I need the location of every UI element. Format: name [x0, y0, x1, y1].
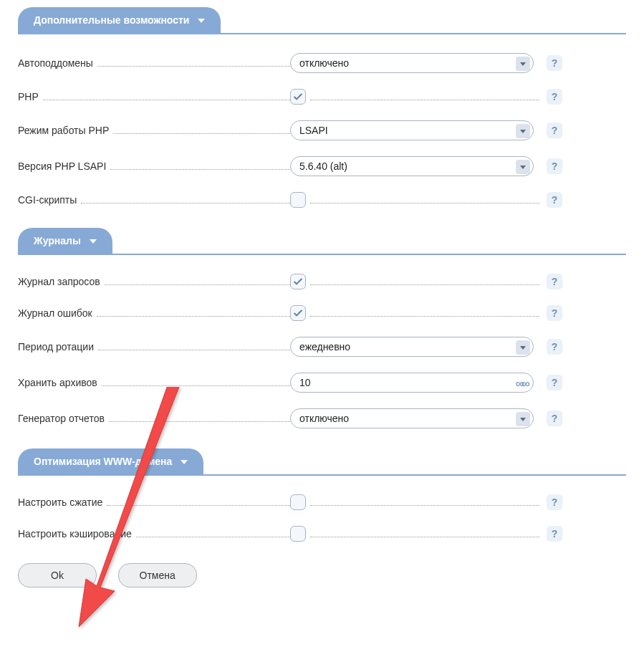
- field-label: Период ротации: [18, 341, 94, 352]
- help-icon[interactable]: ?: [547, 123, 562, 138]
- help-icon[interactable]: ?: [547, 158, 562, 174]
- check-icon: [292, 276, 304, 287]
- help-icon[interactable]: ?: [547, 526, 562, 542]
- row-php-version: Версия PHP LSAPI 5.6.40 (alt) ?: [18, 156, 626, 176]
- field-label: Журнал запросов: [18, 276, 100, 287]
- section-title: Оптимизация WWW-домена: [34, 456, 172, 467]
- field-label: Настроить кэширование: [18, 528, 132, 539]
- field-label: PHP: [18, 91, 39, 102]
- keep-archives-input[interactable]: 10 ∞∞: [290, 373, 534, 393]
- row-php-mode: Режим работы PHP LSAPI ?: [18, 120, 626, 140]
- rotation-period-select[interactable]: ежедневно: [290, 337, 534, 357]
- chevron-down-icon: [90, 239, 97, 244]
- row-rotation-period: Период ротации ежедневно ?: [18, 337, 626, 357]
- row-autosubdomains: Автоподдомены отключено ?: [18, 53, 626, 73]
- row-cgi: CGI-скрипты ?: [18, 192, 626, 208]
- caching-checkbox[interactable]: [290, 526, 306, 542]
- row-report-generator: Генератор отчетов отключено ?: [18, 408, 626, 428]
- field-label: Генератор отчетов: [18, 413, 105, 424]
- php-version-select[interactable]: 5.6.40 (alt): [290, 156, 534, 176]
- help-icon[interactable]: ?: [547, 89, 562, 105]
- section-tab-logs[interactable]: Журналы: [18, 228, 112, 254]
- field-label: Версия PHP LSAPI: [18, 160, 106, 172]
- section-title: Журналы: [34, 235, 81, 246]
- field-label: Журнал ошибок: [18, 307, 92, 319]
- chevron-down-icon: [516, 160, 530, 174]
- select-value: отключено: [299, 57, 349, 69]
- ok-button[interactable]: Ok: [18, 563, 97, 587]
- help-icon[interactable]: ?: [547, 55, 562, 71]
- field-label: Автоподдомены: [18, 57, 93, 69]
- chevron-down-icon: [516, 340, 530, 355]
- input-value: 10: [299, 377, 311, 388]
- request-log-checkbox[interactable]: [290, 274, 306, 289]
- help-icon[interactable]: ?: [547, 375, 562, 390]
- check-icon: [292, 307, 304, 319]
- section-tab-advanced[interactable]: Дополнительные возможности: [18, 7, 221, 33]
- help-icon[interactable]: ?: [547, 274, 562, 289]
- cgi-checkbox[interactable]: [290, 192, 306, 208]
- chevron-down-icon: [198, 19, 205, 23]
- help-icon[interactable]: ?: [547, 411, 562, 426]
- row-error-log: Журнал ошибок ?: [18, 305, 626, 321]
- chevron-down-icon: [516, 57, 530, 71]
- autosubdomains-select[interactable]: отключено: [290, 53, 534, 73]
- chevron-down-icon: [516, 124, 530, 138]
- chevron-down-icon: [516, 412, 530, 426]
- help-icon[interactable]: ?: [547, 339, 562, 355]
- section-tab-optimization[interactable]: Оптимизация WWW-домена: [18, 448, 203, 474]
- cancel-button[interactable]: Отмена: [118, 563, 197, 587]
- chevron-down-icon: [181, 460, 188, 464]
- row-keep-archives: Хранить архивов 10 ∞∞ ?: [18, 373, 626, 393]
- row-caching: Настроить кэширование ?: [18, 526, 626, 542]
- field-label: Настроить сжатие: [18, 496, 102, 508]
- field-label: Хранить архивов: [18, 377, 97, 388]
- field-label: Режим работы PHP: [18, 125, 109, 136]
- select-value: ежедневно: [299, 341, 350, 352]
- error-log-checkbox[interactable]: [290, 305, 306, 321]
- infinity-icon: ∞∞: [516, 377, 527, 391]
- compression-checkbox[interactable]: [290, 494, 306, 510]
- help-icon[interactable]: ?: [547, 192, 562, 208]
- php-checkbox[interactable]: [290, 89, 306, 105]
- select-value: отключено: [299, 413, 349, 424]
- report-generator-select[interactable]: отключено: [290, 408, 534, 428]
- row-php: PHP ?: [18, 89, 626, 105]
- button-bar: Ok Отмена: [18, 563, 644, 587]
- php-mode-select[interactable]: LSAPI: [290, 120, 534, 140]
- help-icon[interactable]: ?: [547, 494, 562, 510]
- divider: [18, 33, 626, 34]
- field-label: CGI-скрипты: [18, 194, 77, 206]
- select-value: 5.6.40 (alt): [299, 160, 347, 172]
- divider: [18, 254, 626, 255]
- row-compression: Настроить сжатие ?: [18, 494, 626, 510]
- row-request-log: Журнал запросов ?: [18, 274, 626, 289]
- divider: [18, 474, 626, 476]
- select-value: LSAPI: [299, 125, 328, 136]
- help-icon[interactable]: ?: [547, 305, 562, 321]
- check-icon: [292, 91, 304, 102]
- section-title: Дополнительные возможности: [34, 14, 189, 26]
